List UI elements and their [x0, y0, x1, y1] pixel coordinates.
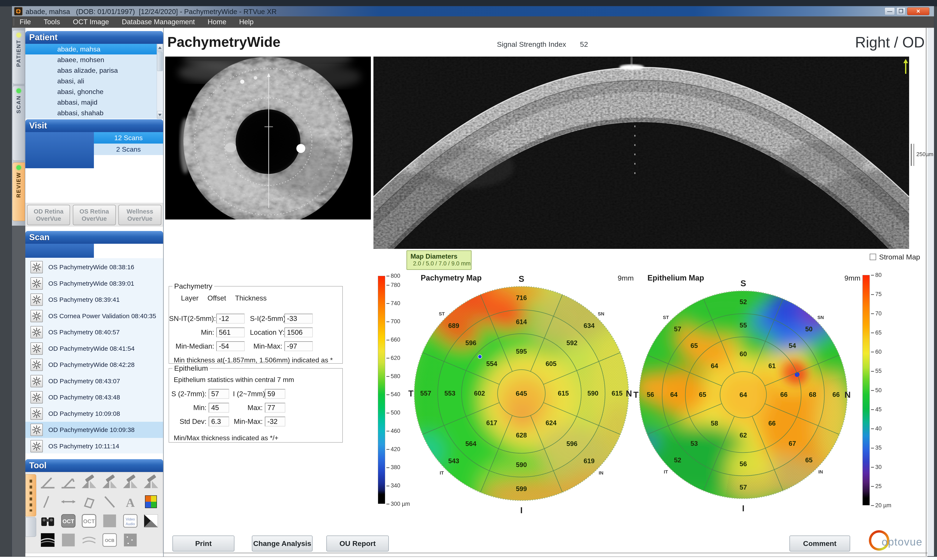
color-grid-icon[interactable]: [141, 492, 161, 511]
arrow-h-icon[interactable]: [59, 492, 78, 511]
field-input-snit[interactable]: -12: [216, 314, 245, 323]
patient-list-item[interactable]: abbasi, majid: [25, 97, 163, 108]
field-input-min[interactable]: 561: [216, 328, 245, 337]
change-analysis-button[interactable]: Change Analysis: [252, 535, 313, 551]
minimize-button[interactable]: —: [885, 8, 895, 15]
od-retina-overvue-button[interactable]: OD Retina OverVue: [27, 205, 70, 225]
field-input-si[interactable]: -33: [284, 314, 313, 323]
angle-open2-icon[interactable]: [59, 474, 78, 492]
field-input-epi-max[interactable]: 77: [265, 403, 285, 412]
oct-dark-icon[interactable]: [59, 512, 78, 530]
flip-solid4-icon[interactable]: [141, 474, 161, 492]
patient-list-item[interactable]: abbasi, shahab: [25, 108, 163, 118]
ou-report-button[interactable]: OU Report: [326, 535, 389, 551]
field-input-std-dev[interactable]: 6.3: [208, 417, 229, 426]
scale-tick-label: 780: [386, 282, 400, 288]
gray-square2-icon[interactable]: [59, 531, 78, 549]
angle-open-icon[interactable]: [38, 474, 57, 492]
field-input-min-median[interactable]: -54: [216, 342, 245, 351]
tool-category-tab[interactable]: [26, 517, 36, 537]
scan-sunburst-icon: [31, 391, 43, 403]
oct-thumb-icon[interactable]: [38, 531, 57, 549]
comment-button[interactable]: Comment: [789, 535, 850, 551]
field-input-s27[interactable]: 57: [208, 389, 229, 399]
print-button[interactable]: Print: [173, 535, 235, 551]
column-layer[interactable]: Layer: [181, 294, 199, 302]
menu-item-home[interactable]: Home: [201, 18, 233, 26]
field-input-location-y[interactable]: 1506: [284, 328, 313, 337]
map-sector-value: 64: [711, 362, 718, 370]
waves-icon[interactable]: [79, 531, 99, 549]
scan-list-item[interactable]: OD PachymetryWide 08:41:54: [25, 340, 163, 357]
scan-item-label: OD Pachymetry 08:43:07: [48, 373, 120, 389]
scan-list-item[interactable]: OD PachymetryWide 10:09:38: [25, 422, 163, 438]
scan-list-item[interactable]: OS Pachymetry 08:39:41: [25, 292, 163, 308]
flip-solid2-icon[interactable]: [100, 474, 119, 492]
scan-list-item[interactable]: OD Pachymetry 08:43:07: [25, 373, 163, 389]
dots-square-icon[interactable]: [120, 531, 140, 549]
flip-solid-icon[interactable]: [79, 474, 99, 492]
review-tab-dot-icon: [16, 165, 21, 170]
scroll-thumb[interactable]: [157, 52, 163, 71]
visit-selected-date[interactable]: [25, 132, 94, 168]
video-audio-icon[interactable]: [120, 512, 140, 530]
camera-icon[interactable]: [38, 512, 57, 530]
bw-grad-icon[interactable]: [141, 512, 161, 530]
menu-item-oct-image[interactable]: OCT Image: [66, 18, 116, 26]
backslash-icon[interactable]: [100, 492, 119, 511]
menu-item-help[interactable]: Help: [233, 18, 260, 26]
patient-list-item[interactable]: abas alizade, parisa: [25, 65, 163, 76]
sidebar: Patient abade, mahsaabaee, mohsenabas al…: [25, 28, 163, 557]
orientation-label-nasal: N: [626, 389, 632, 398]
side-tab-patient[interactable]: PATIENT: [12, 30, 25, 84]
map-sector-value: 66: [780, 391, 787, 398]
menu-item-file[interactable]: File: [15, 18, 37, 26]
field-input-i27[interactable]: 59: [265, 389, 285, 399]
field-input-epi-min[interactable]: 45: [208, 403, 229, 412]
window-title: abade, mahsa (DOB: 01/01/1997) [12/24/20…: [26, 8, 276, 16]
os-retina-overvue-button[interactable]: OS Retina OverVue: [73, 205, 116, 225]
scan-list-item[interactable]: OD Pachymetry 08:43:48: [25, 389, 163, 405]
parallelogram-icon[interactable]: [79, 492, 99, 511]
gray-square-icon[interactable]: [100, 512, 119, 530]
scan-item-label: OD PachymetryWide 08:41:54: [48, 340, 134, 357]
scan-selected-group[interactable]: [25, 244, 94, 258]
column-thickness[interactable]: Thickness: [235, 294, 267, 302]
scroll-up-button[interactable]: [157, 44, 163, 51]
side-tab-scan[interactable]: SCAN: [12, 86, 25, 161]
side-tab-review[interactable]: REVIEW: [12, 163, 25, 221]
column-offset[interactable]: Offset: [208, 294, 226, 302]
tool-category-tab-active[interactable]: [26, 474, 36, 516]
menu-item-tools[interactable]: Tools: [37, 18, 66, 26]
patient-list-item[interactable]: abade, mahsa: [25, 44, 163, 54]
maximize-button[interactable]: ❐: [897, 8, 906, 15]
patient-list-item[interactable]: abaee, mohsen: [25, 54, 163, 65]
visit-group-12-scans[interactable]: 12 Scans: [94, 132, 163, 143]
scale-tick-label: 800: [386, 273, 400, 279]
patient-list-item[interactable]: abasi, ghonche: [25, 86, 163, 97]
patient-list-scrollbar[interactable]: [157, 44, 163, 118]
close-button[interactable]: ✕: [907, 8, 929, 15]
field-input-epi-min-max[interactable]: -32: [265, 417, 285, 426]
scan-list-item[interactable]: OD PachymetryWide 08:42:28: [25, 357, 163, 373]
scan-list-item[interactable]: OS Pachymetry 08:40:57: [25, 324, 163, 340]
text-a-icon[interactable]: [120, 492, 140, 511]
scan-list-item[interactable]: OS PachymetryWide 08:38:16: [25, 259, 163, 275]
flip-solid3-icon[interactable]: [120, 474, 140, 492]
oct-light-icon[interactable]: [79, 512, 99, 530]
scan-list-item[interactable]: OS Cornea Power Validation 08:40:35: [25, 308, 163, 324]
stromal-map-checkbox[interactable]: [870, 254, 876, 260]
scan-list-item[interactable]: OD Pachymetry 10:09:08: [25, 406, 163, 422]
line-icon[interactable]: [38, 492, 57, 511]
field-label-std-dev: Std Dev:: [169, 417, 207, 426]
field-input-min-max[interactable]: -97: [284, 342, 313, 351]
visit-group-2-scans[interactable]: 2 Scans: [94, 143, 163, 155]
scan-list-item[interactable]: OS PachymetryWide 08:39:01: [25, 275, 163, 292]
scan-list-item[interactable]: OS Pachymetry 10:11:14: [25, 438, 163, 454]
ocb-icon[interactable]: [100, 531, 119, 549]
wellness-overvue-button[interactable]: Wellness OverVue: [118, 205, 161, 225]
scroll-down-button[interactable]: [157, 111, 163, 118]
patient-list-item[interactable]: abasi, ali: [25, 76, 163, 86]
epithelium-map-size: 9mm: [844, 274, 861, 282]
menu-item-database-management[interactable]: Database Management: [116, 18, 201, 26]
